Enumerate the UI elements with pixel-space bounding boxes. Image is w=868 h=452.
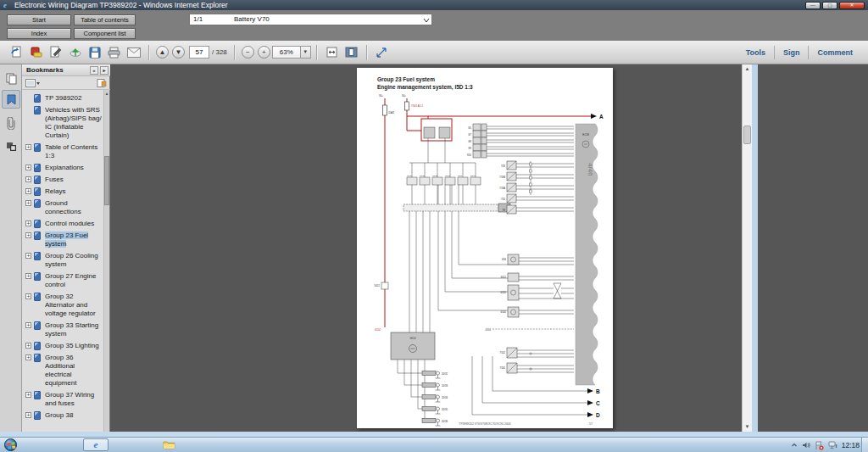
next-page-button[interactable]: ▼ [172, 46, 185, 59]
expander-icon[interactable]: + [25, 253, 31, 259]
bookmark-item[interactable]: +Control modules [22, 218, 110, 230]
expander-icon[interactable]: + [25, 165, 31, 170]
bookmark-page-icon [34, 164, 41, 172]
expander-icon[interactable]: + [25, 273, 31, 279]
tools-button[interactable]: Tools [737, 48, 774, 57]
connector-row: 7/5/10 7/5/12 7/5/13 7/5/11 7/5/5 1/2/W [407, 175, 481, 186]
bookmark-item[interactable]: +Ground connections [22, 198, 110, 218]
sign-page-icon[interactable] [47, 45, 64, 60]
volume-icon[interactable] [802, 441, 810, 449]
expander-icon[interactable]: + [25, 293, 31, 299]
action-center-icon[interactable] [815, 441, 824, 450]
scrollbar-thumb[interactable] [743, 126, 751, 144]
bookmark-item[interactable]: +Group 32 Alternator and voltage regulat… [22, 291, 110, 320]
table-of-contents-button[interactable]: Table of contents [74, 14, 136, 25]
attachments-icon[interactable] [2, 114, 20, 132]
bottom-sensors: 7/142 7/165 [500, 348, 532, 373]
scrollbar-thumb[interactable] [104, 156, 109, 205]
zoom-in-button[interactable]: + [258, 46, 270, 59]
network-icon[interactable] [828, 441, 837, 449]
open-file-icon[interactable] [8, 45, 25, 60]
supply-label-left: 30+ [379, 94, 383, 98]
bookmark-item[interactable]: +Group 27 Engine control [22, 271, 110, 291]
minimize-button[interactable]: — [805, 2, 821, 9]
pdf-create-icon[interactable] [28, 45, 44, 60]
taskbar-clock[interactable]: 12:18 [842, 441, 860, 449]
expander-icon[interactable]: + [25, 220, 31, 226]
bookmark-item[interactable]: +Group 35 Lighting [22, 340, 110, 352]
bookmark-item[interactable]: TP 3989202 [22, 92, 110, 104]
bookmark-item-selected[interactable]: +Group 23 Fuel system [22, 230, 110, 250]
expander-icon[interactable]: + [25, 144, 31, 150]
collapse-panel-icon[interactable]: « [90, 66, 98, 75]
expander-icon[interactable]: + [25, 176, 31, 182]
bookmarks-scrollbar[interactable]: ▲ [103, 90, 109, 432]
start-button[interactable] [4, 438, 17, 451]
print-icon[interactable] [106, 45, 122, 60]
bookmark-item[interactable]: +Fuses [22, 174, 110, 186]
tray-expand-icon[interactable] [791, 442, 798, 449]
expander-icon[interactable]: + [25, 232, 31, 238]
bookmark-page-icon [34, 272, 41, 281]
diagram-select[interactable]: 1/1 Battery V70 [189, 14, 432, 25]
expander-icon[interactable]: + [25, 200, 31, 206]
scroll-up-icon[interactable]: ▲ [104, 90, 109, 97]
zoom-out-button[interactable]: − [242, 46, 254, 59]
ie-taskbar-button[interactable]: e [83, 438, 108, 451]
svg-text:C: C [596, 400, 600, 406]
svg-text:B: B [596, 388, 600, 394]
expander-icon[interactable]: + [25, 392, 31, 398]
sign-button[interactable]: Sign [775, 48, 809, 57]
page-thumbnails-icon[interactable] [2, 70, 20, 88]
bookmark-item[interactable]: +Group 26 Cooling system [22, 250, 110, 271]
svg-text:6/120: 6/120 [501, 291, 507, 294]
expander-icon[interactable]: + [25, 322, 31, 328]
start-nav-button[interactable]: Start [7, 14, 71, 25]
component-list-button[interactable]: Component list [74, 28, 136, 39]
lambda-symbol [554, 283, 561, 299]
svg-text:7/142: 7/142 [500, 351, 506, 354]
scroll-down-icon[interactable]: ▼ [743, 422, 752, 432]
bookmark-options-icon[interactable] [25, 79, 41, 87]
exit-arrows: B C D [587, 388, 600, 418]
app-toolbar: Start Table of contents Index Component … [0, 10, 868, 41]
bookmark-item[interactable]: +Group 38 [22, 410, 110, 421]
scroll-up-icon[interactable]: ▲ [743, 64, 752, 74]
new-bookmark-icon[interactable] [97, 79, 107, 87]
expander-icon[interactable]: + [25, 412, 31, 418]
glow-plugs: 20/32 20/33 20/34 20/35 20/36 [422, 371, 448, 427]
bookmark-item[interactable]: +Group 37 Wiring and fuses [22, 389, 110, 410]
expander-icon[interactable]: + [25, 188, 31, 194]
expander-icon[interactable]: + [25, 343, 31, 349]
zoom-level-box[interactable]: 63% [272, 46, 301, 59]
show-desktop-button[interactable] [861, 438, 868, 452]
fullscreen-button[interactable] [374, 45, 390, 60]
bookmarks-icon[interactable] [2, 90, 20, 109]
bookmark-item[interactable]: Vehicles with SRS (Airbag)/SIPS bag/ IC … [22, 104, 110, 142]
junction-ref-label: 54/12 [375, 284, 381, 287]
document-scrollbar[interactable]: ▲ ▼ [742, 64, 752, 432]
bookmark-item[interactable]: +Explanations [22, 162, 110, 174]
email-icon[interactable] [125, 45, 142, 60]
maximize-button[interactable]: ▢ [822, 2, 837, 9]
bookmark-item[interactable]: +Relays [22, 186, 110, 198]
signatures-icon[interactable] [2, 137, 20, 156]
document-viewer: Group 23 Fuel system Engine management s… [110, 64, 852, 432]
cloud-upload-icon[interactable] [67, 45, 83, 60]
bookmark-item[interactable]: +Group 36 Additional electrical equipmen… [22, 352, 110, 389]
zoom-dropdown-button[interactable]: ▼ [301, 46, 311, 59]
fit-width-button[interactable] [324, 45, 340, 60]
save-icon[interactable] [86, 45, 103, 60]
expander-icon[interactable]: + [25, 354, 31, 360]
fit-page-button[interactable] [343, 45, 359, 60]
bookmark-page-icon [34, 232, 41, 240]
bookmark-item[interactable]: +Table of Contents 1:3 [22, 142, 110, 162]
panel-menu-icon[interactable]: ▸ [100, 66, 108, 75]
page-number-input[interactable] [189, 46, 209, 59]
previous-page-button[interactable]: ▲ [156, 46, 169, 59]
bookmark-item[interactable]: +Group 33 Starting system [22, 320, 110, 340]
close-button[interactable]: ✕ [839, 2, 865, 9]
comment-button[interactable]: Comment [809, 48, 861, 57]
explorer-taskbar-button[interactable] [158, 438, 180, 451]
index-button[interactable]: Index [7, 28, 71, 39]
